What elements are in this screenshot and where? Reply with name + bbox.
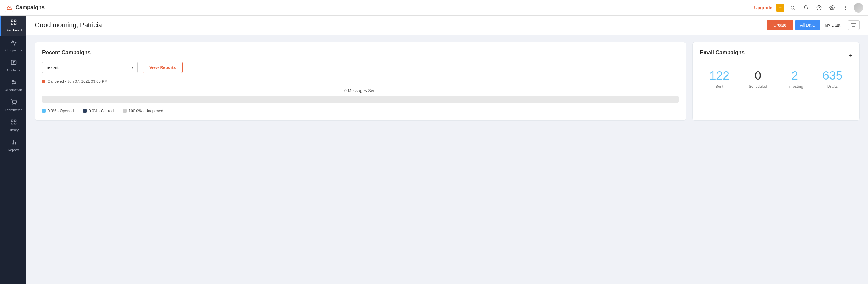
legend-item-unopened: 100.0% - Unopened [123, 109, 163, 113]
sidebar-label-ecommerce: Ecommerce [5, 108, 23, 112]
topnav: Campaigns Upgrade + [0, 0, 868, 15]
svg-point-9 [845, 9, 845, 9]
campaign-status-row: Canceled - Jun 07, 2021 03:05 PM [42, 79, 679, 83]
svg-point-18 [12, 80, 14, 82]
svg-point-2 [791, 6, 794, 9]
sidebar-label-library: Library [9, 128, 19, 132]
chevron-down-icon: ▾ [131, 65, 133, 70]
add-campaign-button[interactable]: + [848, 52, 852, 60]
clicked-percentage: 0.0% - Clicked [89, 109, 114, 113]
all-data-button[interactable]: All Data [795, 20, 819, 30]
view-reports-button[interactable]: View Reports [143, 62, 183, 73]
stat-scheduled-label: Scheduled [749, 84, 767, 88]
upgrade-button[interactable]: Upgrade [754, 5, 772, 10]
stat-sent-number: 122 [709, 69, 729, 82]
messages-progress-bar [42, 96, 679, 103]
svg-rect-24 [11, 123, 13, 125]
campaign-legend: 0.0% - Opened 0.0% - Clicked 100.0% - Un… [42, 109, 679, 113]
messages-sent-label: 0 Messages Sent [42, 88, 679, 93]
svg-rect-11 [14, 20, 16, 22]
stat-in-testing: 2 In Testing [786, 69, 803, 88]
gear-icon [830, 5, 835, 10]
recent-campaigns-title: Recent Campaigns [42, 49, 679, 56]
bell-icon [803, 5, 808, 10]
search-icon [790, 5, 795, 10]
svg-rect-22 [11, 120, 13, 122]
svg-rect-0 [5, 4, 13, 12]
sidebar-item-library[interactable]: Library [0, 115, 26, 135]
help-button[interactable] [814, 3, 824, 12]
opened-dot [42, 109, 46, 113]
svg-line-3 [794, 9, 795, 10]
filter-button[interactable] [848, 20, 860, 30]
sidebar-label-automation: Automation [5, 88, 22, 92]
library-icon [10, 119, 17, 127]
sidebar-item-automation[interactable]: Automation [0, 75, 26, 96]
svg-point-6 [832, 7, 833, 8]
sidebar-label-contacts: Contacts [7, 68, 20, 72]
campaign-dropdown[interactable]: restart ▾ [42, 62, 138, 73]
sidebar-item-contacts[interactable]: Contacts [0, 56, 26, 75]
campaign-selector-row: restart ▾ View Reports [42, 62, 679, 73]
status-dot [42, 80, 45, 83]
svg-rect-12 [11, 23, 13, 25]
more-button[interactable] [840, 3, 850, 12]
stat-drafts-label: Drafts [823, 84, 843, 88]
campaign-status-text: Canceled - Jun 07, 2021 03:05 PM [48, 79, 107, 83]
svg-point-1 [8, 6, 9, 7]
more-icon [843, 5, 848, 10]
email-card-header: Email Campaigns + [700, 49, 852, 62]
reports-icon [10, 139, 17, 147]
stat-sent: 122 Sent [709, 69, 729, 88]
sidebar-item-dashboard[interactable]: Dashboard [0, 15, 26, 36]
stat-scheduled-number: 0 [749, 69, 767, 82]
data-toggle: All Data My Data [795, 20, 845, 30]
main-content: Good morning, Patricia! Create All Data … [26, 15, 868, 284]
stat-testing-number: 2 [786, 69, 803, 82]
campaigns-logo-icon [5, 4, 13, 12]
header-actions: Create All Data My Data [767, 20, 860, 30]
legend-item-opened: 0.0% - Opened [42, 109, 73, 113]
settings-button[interactable] [827, 3, 837, 12]
recent-campaigns-card: Recent Campaigns restart ▾ View Reports … [35, 42, 686, 120]
stat-sent-label: Sent [709, 84, 729, 88]
topnav-left: Campaigns [5, 4, 44, 12]
stat-testing-label: In Testing [786, 84, 803, 88]
automation-icon [10, 79, 17, 87]
topnav-right: Upgrade + [754, 3, 863, 12]
email-stats-row: 122 Sent 0 Scheduled 2 In Testing 635 Dr… [700, 69, 852, 88]
search-button[interactable] [788, 3, 798, 12]
svg-rect-23 [14, 120, 16, 122]
sidebar-item-reports[interactable]: Reports [0, 135, 26, 155]
svg-point-19 [14, 82, 15, 83]
content-area: Recent Campaigns restart ▾ View Reports … [26, 35, 868, 128]
notifications-button[interactable] [801, 3, 811, 12]
svg-rect-25 [14, 123, 16, 125]
main-header: Good morning, Patricia! Create All Data … [26, 15, 868, 35]
clicked-dot [83, 109, 87, 113]
contacts-icon [10, 59, 17, 67]
create-plus-button[interactable]: + [776, 4, 784, 12]
app-title: Campaigns [16, 4, 44, 11]
sidebar-label-campaigns: Campaigns [5, 48, 22, 52]
sidebar-label-dashboard: Dashboard [6, 28, 22, 32]
help-icon [816, 5, 822, 10]
stat-drafts: 635 Drafts [823, 69, 843, 88]
svg-point-21 [16, 104, 16, 105]
opened-percentage: 0.0% - Opened [48, 109, 73, 113]
stat-drafts-number: 635 [823, 69, 843, 82]
email-campaigns-title: Email Campaigns [700, 49, 745, 56]
svg-rect-13 [14, 23, 16, 25]
dashboard-icon [10, 19, 17, 27]
ecommerce-icon [10, 99, 17, 107]
sidebar-item-campaigns[interactable]: Campaigns [0, 36, 26, 56]
filter-icon [851, 23, 856, 27]
app-body: Dashboard Campaigns Contacts [0, 15, 868, 284]
avatar [854, 3, 863, 12]
my-data-button[interactable]: My Data [819, 20, 845, 30]
campaigns-icon [10, 39, 17, 47]
svg-rect-10 [11, 20, 13, 22]
sidebar-item-ecommerce[interactable]: Ecommerce [0, 96, 26, 115]
create-button[interactable]: Create [767, 20, 793, 30]
sidebar-label-reports: Reports [8, 148, 20, 152]
